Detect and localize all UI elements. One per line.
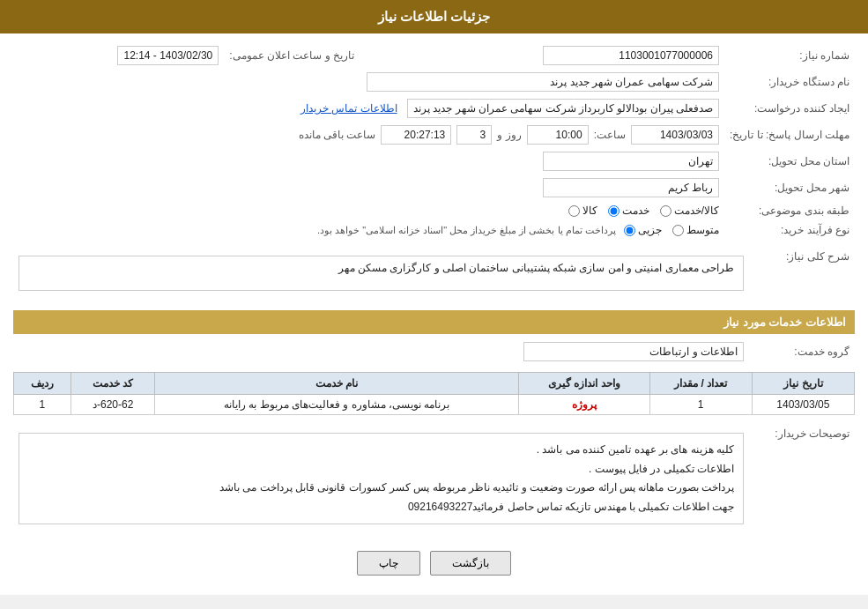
- mohlat-date: 1403/03/03: [631, 125, 719, 145]
- cell-name: برنامه نویسی، مشاوره و فعالیت‌های مربوط …: [155, 395, 518, 415]
- roz-label: روز و: [497, 129, 521, 141]
- page-header: جزئیات اطلاعات نیاز: [0, 0, 868, 33]
- col-tedad: تعداد / مقدار: [649, 373, 752, 395]
- page-container: جزئیات اطلاعات نیاز شماره نیاز: 11030010…: [0, 0, 868, 595]
- tabaqe-radio-group: کالا/خدمت خدمت کالا: [568, 204, 719, 217]
- radio-kala[interactable]: کالا: [568, 204, 597, 217]
- nam-dastgah-value: شرکت سهامی عمران شهر جدید پرند: [367, 72, 719, 92]
- radio-kala-khadamat-input[interactable]: [660, 205, 671, 217]
- sharh-value: طراحی معماری امنیتی و امن سازی شبکه پشتی…: [19, 256, 744, 291]
- noe-farayand-label: نوع فرآیند خرید:: [724, 220, 855, 240]
- sharh-label: شرح کلی نیاز:: [749, 245, 855, 301]
- col-name: نام خدمت: [155, 373, 518, 395]
- radio-khadamat-label: خدمت: [622, 204, 649, 217]
- shahr-label: شهر محل تحویل:: [724, 175, 855, 201]
- tosihaat-line: کلیه هزینه های بر عهده تامین کننده می با…: [28, 441, 734, 460]
- tabaqe-label: طبقه بندی موضوعی:: [724, 201, 855, 220]
- page-title: جزئیات اطلاعات نیاز: [378, 9, 490, 24]
- mohlat-label: مهلت ارسال پاسخ: تا تاریخ:: [724, 122, 855, 148]
- back-button[interactable]: بازگشت: [430, 551, 511, 576]
- cell-tedad: 1: [649, 395, 752, 415]
- content-area: شماره نیاز: 1103001077000006 تاریخ و ساع…: [0, 33, 868, 595]
- grohe-label: گروه خدمت:: [749, 338, 855, 365]
- ostan-value: تهران: [543, 152, 719, 171]
- tosihaat-line: پرداخت بصورت ماهانه پس ارائه صورت وضعیت …: [28, 479, 734, 498]
- buttons-row: بازگشت چاپ: [13, 540, 855, 586]
- etelaat-tamas-link[interactable]: اطلاعات تماس خریدار: [300, 102, 397, 115]
- tosihaat-line: جهت اطلاعات تکمیلی با مهندس تازیکه تماس …: [28, 498, 734, 517]
- mohlat-baqi: 20:27:13: [381, 125, 451, 145]
- sharh-table: شرح کلی نیاز: طراحی معماری امنیتی و امن …: [13, 245, 855, 301]
- radio-motovaset-input[interactable]: [672, 225, 684, 236]
- col-radif: ردیف: [14, 373, 71, 395]
- saat-label: ساعت:: [594, 129, 626, 141]
- radio-khadamat-input[interactable]: [608, 205, 619, 217]
- radio-kala-khadamat-label: کالا/خدمت: [674, 204, 719, 217]
- col-vahed: واحد اندازه گیری: [518, 373, 649, 395]
- shomare-niaz-value: 1103001077000006: [543, 46, 719, 65]
- cell-kod: 620-62-د: [70, 395, 155, 415]
- nam-dastgah-label: نام دستگاه خریدار:: [724, 69, 855, 95]
- col-kod: کد خدمت: [70, 373, 155, 395]
- tosihaat-table: توصیحات خریدار: کلیه هزینه های بر عهده ت…: [13, 422, 855, 535]
- radio-jozii-label: جزیی: [638, 224, 662, 236]
- services-section-header: اطلاعات خدمات مورد نیاز: [13, 310, 855, 334]
- shahr-value: رباط کریم: [543, 178, 719, 197]
- top-info-table: شماره نیاز: 1103001077000006 تاریخ و ساع…: [13, 42, 855, 240]
- mohlat-roz: 3: [456, 125, 492, 145]
- radio-motovaset-label: متوسط: [686, 224, 719, 236]
- ejad-konande-label: ایجاد کننده درخواست:: [724, 95, 855, 122]
- tarikh-alan-value: 1403/02/30 - 12:14: [117, 46, 219, 65]
- radio-kala-khadamat[interactable]: کالا/خدمت: [660, 204, 719, 217]
- noe-farayand-group: متوسط جزیی: [624, 224, 719, 236]
- table-row: 1403/03/05 1 پروژه برنامه نویسی، مشاوره …: [14, 395, 855, 415]
- print-button[interactable]: چاپ: [357, 551, 420, 576]
- tosihaat-value: کلیه هزینه های بر عهده تامین کننده می با…: [19, 433, 744, 524]
- cell-radif: 1: [14, 395, 71, 415]
- radio-khadamat[interactable]: خدمت: [608, 204, 649, 217]
- radio-jozii-input[interactable]: [624, 225, 635, 236]
- baqi-mande-label: ساعت باقی مانده: [299, 129, 376, 141]
- services-table: تاریخ نیاز تعداد / مقدار واحد اندازه گیر…: [13, 372, 855, 415]
- tosihaat-label: توصیحات خریدار:: [749, 422, 855, 535]
- tarikh-alan-label: تاریخ و ساعت اعلان عمومی:: [224, 42, 372, 69]
- cell-tarikh: 1403/03/05: [752, 395, 854, 415]
- grohe-table: گروه خدمت: اطلاعات و ارتباطات: [13, 338, 855, 365]
- noe-note: پرداخت تمام یا بخشی از مبلغ خریداز محل "…: [312, 222, 621, 238]
- cell-vahed: پروژه: [518, 395, 649, 415]
- mohlat-saat: 10:00: [527, 125, 589, 145]
- radio-motovaset[interactable]: متوسط: [672, 224, 719, 236]
- tosihaat-line: اطلاعات تکمیلی در فایل پیوست .: [28, 460, 734, 479]
- radio-kala-input[interactable]: [568, 205, 580, 217]
- radio-kala-label: کالا: [582, 204, 597, 217]
- radio-jozii[interactable]: جزیی: [624, 224, 662, 236]
- grohe-value: اطلاعات و ارتباطات: [523, 342, 744, 361]
- col-tarikh: تاریخ نیاز: [752, 373, 854, 395]
- ostan-label: استان محل تحویل:: [724, 148, 855, 175]
- shomare-niaz-label: شماره نیاز:: [724, 42, 855, 69]
- ejad-konande-value: صدفعلی پیران بودالالو کاربرداز شرکت سهام…: [407, 99, 719, 118]
